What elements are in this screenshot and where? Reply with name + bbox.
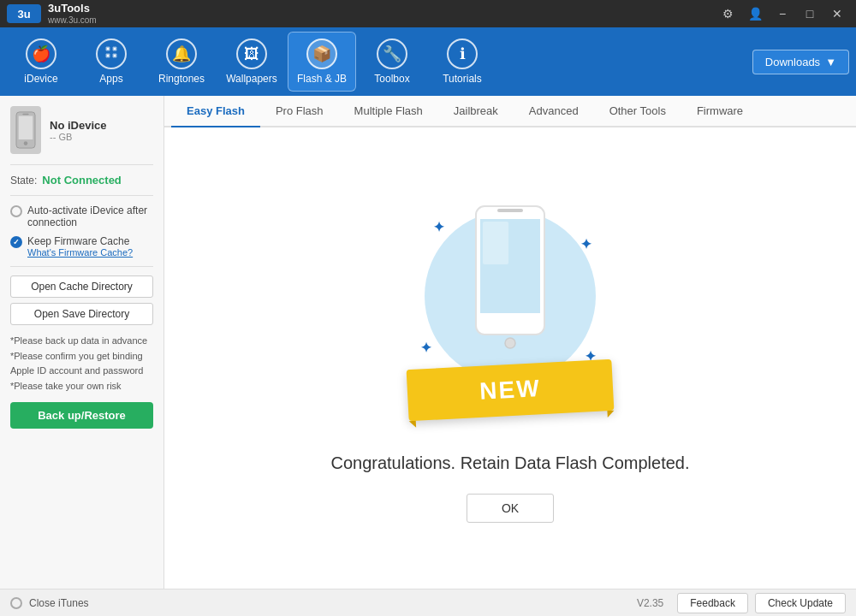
downloads-chevron-icon: ▼ <box>825 56 836 68</box>
nav-idevice[interactable]: 🍎 iDevice <box>7 32 75 92</box>
nav-idevice-label: iDevice <box>24 73 57 85</box>
firmware-cache-link[interactable]: What's Firmware Cache? <box>27 247 133 258</box>
nav-ringtones-label: Ringtones <box>158 73 205 85</box>
sparkle-icon-2: ✦ <box>580 236 591 252</box>
close-button[interactable]: ✕ <box>825 5 849 22</box>
downloads-label: Downloads <box>765 56 820 68</box>
warnings-section: *Please back up data in advance *Please … <box>10 334 153 394</box>
tab-easy-flash[interactable]: Easy Flash <box>171 96 260 127</box>
feedback-button[interactable]: Feedback <box>677 593 748 613</box>
app-url: www.3u.com <box>48 15 97 26</box>
main-layout: No iDevice -- GB State: Not Connected Au… <box>0 96 856 589</box>
nav-wallpapers[interactable]: 🖼 Wallpapers <box>217 32 286 92</box>
tab-bar: Easy Flash Pro Flash Multiple Flash Jail… <box>164 96 856 127</box>
nav-tutorials-label: Tutorials <box>443 73 482 85</box>
nav-bar: 🍎 iDevice Apps 🔔 Ringtones 🖼 Wallpapers … <box>0 27 856 96</box>
close-itunes-radio[interactable] <box>10 597 22 609</box>
device-gb: -- GB <box>50 132 106 142</box>
app-logo: 3u <box>7 4 41 23</box>
svg-point-9 <box>505 338 515 348</box>
device-name: No iDevice <box>50 119 106 132</box>
tab-jailbreak[interactable]: Jailbreak <box>438 96 514 127</box>
keep-firmware-checkbox[interactable]: ✓ <box>10 236 22 248</box>
wallpapers-icon: 🖼 <box>236 38 267 69</box>
maximize-button[interactable]: □ <box>798 5 822 22</box>
congrats-text: Congratulations. Retain Data Flash Compl… <box>330 453 689 473</box>
auto-activate-label: Auto-activate iDevice after connection <box>27 204 153 228</box>
sparkle-icon-1: ✦ <box>433 219 444 235</box>
app-info: 3uTools www.3u.com <box>48 2 97 26</box>
directory-buttons: Open Cache Directory Open Save Directory <box>10 275 153 325</box>
check-update-button[interactable]: Check Update <box>755 593 846 613</box>
title-bar-left: 3u 3uTools www.3u.com <box>7 2 97 26</box>
minimize-button[interactable]: − <box>770 5 794 22</box>
svg-rect-3 <box>19 116 33 140</box>
warning-3: *Please take your own risk <box>10 379 153 394</box>
nav-apps[interactable]: Apps <box>77 32 146 92</box>
ribbon-banner: NEW <box>407 359 615 421</box>
phone-svg <box>463 202 557 364</box>
sidebar: No iDevice -- GB State: Not Connected Au… <box>0 96 164 589</box>
flash-content: ✦ ✦ ✦ ✦ NEW Congratulations. R <box>164 127 856 589</box>
flash-icon: 📦 <box>306 38 337 69</box>
svg-rect-8 <box>497 209 523 212</box>
tab-multiple-flash[interactable]: Multiple Flash <box>339 96 438 127</box>
toolbox-icon: 🔧 <box>377 38 407 69</box>
tutorials-icon: ℹ <box>447 38 478 69</box>
status-bar: Close iTunes V2.35 Feedback Check Update <box>0 589 856 616</box>
sparkle-icon-4: ✦ <box>420 340 431 356</box>
nav-ringtones[interactable]: 🔔 Ringtones <box>147 32 216 92</box>
title-bar: 3u 3uTools www.3u.com ⚙ 👤 − □ ✕ <box>0 0 856 27</box>
keep-firmware-option: ✓ Keep Firmware Cache What's Firmware Ca… <box>10 235 153 258</box>
warning-1: *Please back up data in advance <box>10 334 153 349</box>
ribbon-text: NEW <box>479 375 542 405</box>
phone-illustration: ✦ ✦ ✦ ✦ NEW <box>416 193 604 433</box>
checkmark-icon: ✓ <box>13 238 20 246</box>
svg-text:3u: 3u <box>17 8 30 21</box>
nav-apps-label: Apps <box>99 73 122 85</box>
content-area: Easy Flash Pro Flash Multiple Flash Jail… <box>164 96 856 589</box>
state-value: Not Connected <box>42 174 121 187</box>
apps-icon <box>96 38 127 69</box>
options-section: Auto-activate iDevice after connection ✓… <box>10 196 153 267</box>
nav-flash-label: Flash & JB <box>297 73 347 85</box>
tab-advanced[interactable]: Advanced <box>514 96 594 127</box>
version-label: V2.35 <box>637 597 663 609</box>
tab-other-tools[interactable]: Other Tools <box>594 96 681 127</box>
warning-2: *Please confirm you get binding Apple ID… <box>10 349 153 379</box>
tab-pro-flash[interactable]: Pro Flash <box>260 96 339 127</box>
app-name: 3uTools <box>48 2 97 15</box>
downloads-button[interactable]: Downloads ▼ <box>752 50 849 74</box>
settings-button[interactable]: ⚙ <box>716 5 740 22</box>
device-text: No iDevice -- GB <box>50 119 106 142</box>
nav-toolbox[interactable]: 🔧 Toolbox <box>358 32 426 92</box>
nav-flash-jb[interactable]: 📦 Flash & JB <box>288 32 356 92</box>
device-icon <box>10 106 41 154</box>
open-save-dir-button[interactable]: Open Save Directory <box>10 303 153 325</box>
backup-restore-button[interactable]: Back up/Restore <box>10 402 153 429</box>
ok-button[interactable]: OK <box>467 494 554 523</box>
nav-wallpapers-label: Wallpapers <box>226 73 277 85</box>
title-bar-controls: ⚙ 👤 − □ ✕ <box>716 5 849 22</box>
auto-activate-radio[interactable] <box>10 205 22 217</box>
idevice-icon: 🍎 <box>26 38 56 69</box>
user-button[interactable]: 👤 <box>743 5 767 22</box>
svg-point-4 <box>24 141 28 145</box>
svg-rect-5 <box>22 114 28 115</box>
keep-firmware-label: Keep Firmware Cache <box>27 235 133 247</box>
tab-firmware[interactable]: Firmware <box>681 96 758 127</box>
auto-activate-option: Auto-activate iDevice after connection <box>10 204 153 228</box>
svg-rect-10 <box>483 222 508 264</box>
state-section: State: Not Connected <box>10 165 153 196</box>
state-label: State: <box>10 175 37 187</box>
ringtones-icon: 🔔 <box>166 38 197 69</box>
device-info: No iDevice -- GB <box>10 106 153 165</box>
firmware-option-text: Keep Firmware Cache What's Firmware Cach… <box>27 235 133 258</box>
close-itunes-label: Close iTunes <box>29 597 630 609</box>
nav-toolbox-label: Toolbox <box>374 73 409 85</box>
nav-tutorials[interactable]: ℹ Tutorials <box>428 32 496 92</box>
open-cache-dir-button[interactable]: Open Cache Directory <box>10 275 153 298</box>
